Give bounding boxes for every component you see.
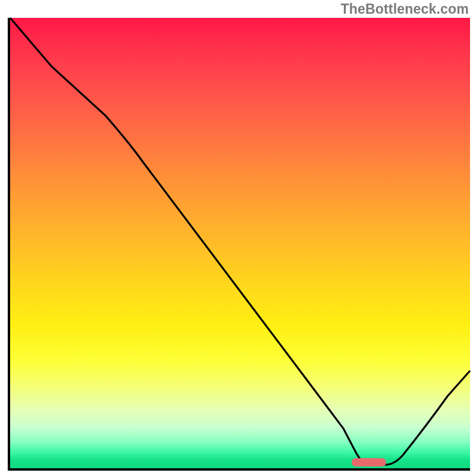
bottleneck-curve bbox=[10, 18, 470, 468]
plot-area bbox=[8, 18, 470, 471]
chart-canvas: TheBottleneck.com bbox=[0, 0, 476, 476]
curve-path bbox=[10, 18, 470, 465]
watermark-text: TheBottleneck.com bbox=[340, 1, 469, 17]
optimal-range-marker bbox=[352, 458, 386, 466]
